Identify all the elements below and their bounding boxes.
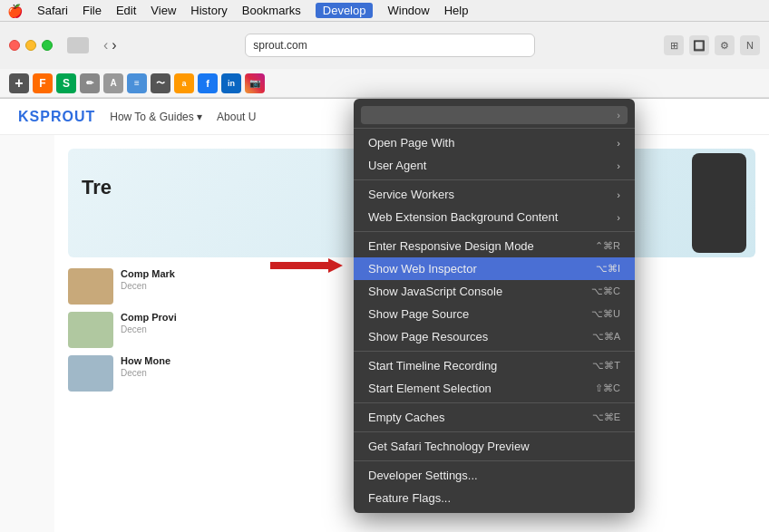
menu-divider-4 <box>354 402 635 403</box>
menu-divider-2 <box>354 231 635 232</box>
minimize-button[interactable] <box>25 40 36 51</box>
menu-item-open-page-with[interactable]: Open Page With › <box>354 131 635 154</box>
share-icon[interactable]: 🔲 <box>689 35 709 55</box>
shortcut-empty-caches: ⌥⌘E <box>592 411 620 423</box>
menu-label-feature-flags: Feature Flags... <box>368 491 451 505</box>
article-date-1: Decen <box>121 281 175 291</box>
extensions-icon[interactable]: ⚙ <box>715 35 735 55</box>
bookmark-f[interactable]: F <box>33 73 53 93</box>
nav-about[interactable]: About U <box>217 111 256 123</box>
shortcut-element-selection: ⇧⌘C <box>595 382 620 394</box>
menu-label-open-page-with: Open Page With <box>368 136 454 150</box>
menu-item-show-page-source[interactable]: Show Page Source ⌥⌘U <box>354 303 635 325</box>
menu-item-web-extension[interactable]: Web Extension Background Content › <box>354 206 635 228</box>
menu-item-show-web-inspector[interactable]: Show Web Inspector ⌥⌘I <box>354 257 635 280</box>
menubar: 🍎 Safari File Edit View History Bookmark… <box>0 0 769 22</box>
menubar-edit[interactable]: Edit <box>116 4 136 17</box>
menu-label-empty-caches: Empty Caches <box>368 411 445 424</box>
menubar-file[interactable]: File <box>83 4 102 17</box>
bookmark-facebook[interactable]: f <box>198 73 218 93</box>
menu-item-user-agent[interactable]: User Agent › <box>354 154 635 177</box>
bookmark-amazon[interactable]: a <box>174 73 194 93</box>
menu-divider-0 <box>354 128 635 129</box>
sidebar-toggle[interactable] <box>67 37 89 53</box>
menu-item-show-page-resources[interactable]: Show Page Resources ⌥⌘A <box>354 325 635 348</box>
add-bookmark[interactable]: + <box>9 73 29 93</box>
menu-item-start-element-selection[interactable]: Start Element Selection ⇧⌘C <box>354 377 635 400</box>
browser-chrome: ‹ › sprout.com ⊞ 🔲 ⚙ N + F S ✏ A ≡ 〜 a f… <box>0 22 769 99</box>
new-tab-icon[interactable]: N <box>740 35 760 55</box>
bookmark-pencil[interactable]: ✏ <box>80 73 100 93</box>
tab-overview-icon[interactable]: ⊞ <box>664 35 684 55</box>
address-bar[interactable]: sprout.com <box>245 34 535 57</box>
bookmark-wave[interactable]: 〜 <box>151 73 170 93</box>
menu-label-show-js-console: Show JavaScript Console <box>368 285 502 298</box>
menu-label-start-element-selection: Start Element Selection <box>368 382 492 395</box>
submenu-arrow-user-agent: › <box>617 160 620 171</box>
menubar-view[interactable]: View <box>151 4 176 17</box>
menu-item-developer-settings[interactable]: Developer Settings... <box>354 464 635 487</box>
menu-label-show-page-resources: Show Page Resources <box>368 330 488 343</box>
submenu-arrow-service-workers: › <box>617 189 620 200</box>
website-logo: KSPROUT <box>18 109 95 125</box>
shortcut-js-console: ⌥⌘C <box>591 285 620 297</box>
forward-arrow[interactable]: › <box>112 37 116 53</box>
apple-menu[interactable]: 🍎 <box>7 4 23 18</box>
menu-item-start-timeline[interactable]: Start Timeline Recording ⌥⌘T <box>354 354 635 377</box>
article-thumb-2 <box>68 312 113 348</box>
menubar-bookmarks[interactable]: Bookmarks <box>242 4 301 17</box>
menu-item-get-safari-preview[interactable]: Get Safari Technology Preview <box>354 435 635 458</box>
close-button[interactable] <box>9 40 20 51</box>
menu-item-service-workers[interactable]: Service Workers › <box>354 183 635 206</box>
article-text-2: Comp Provi Decen <box>121 312 177 334</box>
browser-toolbar: ‹ › sprout.com ⊞ 🔲 ⚙ N <box>0 22 769 69</box>
menubar-history[interactable]: History <box>190 4 227 17</box>
menu-divider-6 <box>354 460 635 461</box>
bookmark-a[interactable]: A <box>103 73 123 93</box>
bookmark-linkedin[interactable]: in <box>221 73 241 93</box>
article-thumb-1 <box>68 268 113 305</box>
menu-item-responsive-design[interactable]: Enter Responsive Design Mode ⌃⌘R <box>354 235 635 257</box>
bookmark-instagram[interactable]: 📷 <box>245 73 265 93</box>
menubar-window[interactable]: Window <box>387 4 429 17</box>
menu-item-show-js-console[interactable]: Show JavaScript Console ⌥⌘C <box>354 280 635 303</box>
article-title-1: Comp Mark <box>121 268 175 279</box>
menu-label-service-workers: Service Workers <box>368 188 454 201</box>
hero-text: Tre <box>82 176 112 199</box>
bookmarks-bar: + F S ✏ A ≡ 〜 a f in 📷 <box>0 69 769 98</box>
menu-divider-1 <box>354 179 635 180</box>
nav-how-to[interactable]: How To & Guides ▾ <box>110 111 202 123</box>
submenu-arrow-open-page: › <box>617 138 620 149</box>
shortcut-page-source: ⌥⌘U <box>591 308 620 320</box>
menu-item-feature-flags[interactable]: Feature Flags... <box>354 487 635 509</box>
menubar-safari[interactable]: Safari <box>37 4 68 17</box>
menu-label-user-agent: User Agent <box>368 159 426 172</box>
menubar-help[interactable]: Help <box>444 4 469 17</box>
shortcut-responsive-design: ⌃⌘R <box>595 240 620 252</box>
menu-search-field[interactable]: › <box>361 106 628 124</box>
article-date-3: Decen <box>121 368 170 378</box>
shortcut-page-resources: ⌥⌘A <box>592 331 620 343</box>
article-text-3: How Mone Decen <box>121 355 170 378</box>
menu-label-show-web-inspector: Show Web Inspector <box>368 262 477 276</box>
toolbar-right: ⊞ 🔲 ⚙ N <box>664 35 760 55</box>
bookmark-lines[interactable]: ≡ <box>127 73 147 93</box>
menu-divider-5 <box>354 431 635 432</box>
arrow-body <box>270 258 343 273</box>
menubar-develop[interactable]: Develop <box>316 3 374 18</box>
article-title-2: Comp Provi <box>121 312 177 323</box>
address-bar-container: sprout.com <box>124 34 657 57</box>
menu-search-input[interactable] <box>368 109 611 121</box>
shortcut-start-timeline: ⌥⌘T <box>592 360 620 372</box>
menu-label-developer-settings: Developer Settings... <box>368 469 478 482</box>
menu-label-get-safari-preview: Get Safari Technology Preview <box>368 440 530 453</box>
main-area: KSPROUT How To & Guides ▾ About U Tre Co… <box>0 99 769 532</box>
shortcut-show-web-inspector: ⌥⌘I <box>596 263 620 275</box>
menu-item-empty-caches[interactable]: Empty Caches ⌥⌘E <box>354 406 635 429</box>
bookmark-s[interactable]: S <box>56 73 76 93</box>
hero-phone-image <box>692 153 746 253</box>
article-thumb-3 <box>68 355 113 392</box>
menu-label-show-page-source: Show Page Source <box>368 307 469 321</box>
back-arrow[interactable]: ‹ <box>103 37 108 53</box>
maximize-button[interactable] <box>42 40 53 51</box>
